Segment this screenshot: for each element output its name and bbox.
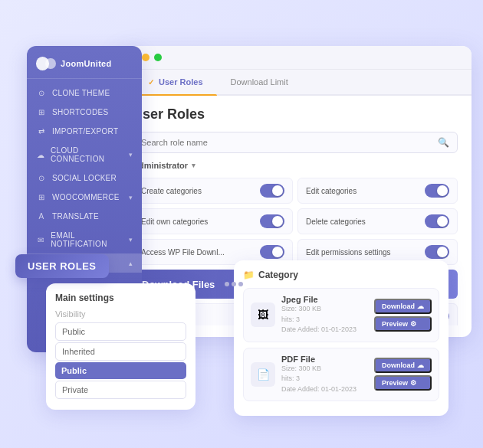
pdf-preview-button[interactable]: Preview ⚙ (374, 375, 432, 391)
files-card-titlebar: 📁 Category (243, 270, 439, 280)
jpeg-file-hits: hits: 3 (281, 315, 368, 325)
three-dots-decoration (225, 282, 243, 286)
visibility-label: Visibility (55, 309, 186, 319)
sidebar-item-shortcodes[interactable]: ⊞ SHORTCODES (27, 103, 142, 122)
pdf-file-hits: hits: 3 (281, 374, 368, 384)
main-settings-title: Main settings (55, 293, 186, 303)
pdf-file-size: Size: 300 KB (281, 364, 368, 374)
sidebar-item-label: SHORTCODES (52, 108, 108, 116)
window-minimize-dot[interactable] (142, 54, 150, 61)
tab-download-limit-label: Download Limit (231, 77, 288, 87)
folder-icon: 📁 (243, 270, 255, 280)
chevron-down-icon: ▾ (192, 162, 196, 169)
window-maximize-dot[interactable] (154, 54, 162, 61)
browser-titlebar (119, 46, 472, 70)
sidebar-logo: JoomUnited (27, 46, 142, 79)
permission-label: Edit categories (306, 187, 356, 195)
files-card: 📁 Category 🖼 Jpeg File Size: 300 KB hits… (234, 260, 449, 416)
pdf-file-info: PDF File Size: 300 KB hits: 3 Date Added… (281, 355, 368, 395)
jpeg-file-thumb: 🖼 (251, 302, 275, 327)
sidebar-item-clone-theme[interactable]: ⊙ CLONE THEME (27, 83, 142, 103)
chevron-up-icon: ▴ (129, 260, 133, 267)
permission-label: Access WP File Downl... (141, 248, 225, 257)
sidebar-item-translate[interactable]: A TRANSLATE (27, 207, 142, 226)
download-icon: ☁ (417, 361, 424, 369)
sidebar-item-label: WOOCOMMERCE (52, 193, 120, 201)
sidebar-item-label: CLONE THEME (52, 89, 110, 97)
social-locker-icon: ⊙ (36, 174, 47, 182)
permission-label: Edit own categories (141, 217, 208, 226)
permission-label: Delete categories (306, 217, 366, 226)
visibility-option-public-1[interactable]: Public (55, 322, 186, 341)
browser-tabs: ✓ User Roles Download Limit (119, 70, 472, 96)
permission-label: Edit permissions settings (306, 248, 391, 257)
logo-icon (36, 57, 56, 70)
permission-row: Delete categories (297, 208, 458, 234)
jpeg-file-size: Size: 300 KB (281, 304, 368, 315)
pdf-file-name: PDF File (281, 355, 368, 364)
permission-row: Edit categories (297, 178, 458, 204)
toggle-edit-permissions[interactable] (425, 245, 449, 259)
sidebar-item-social-locker[interactable]: ⊙ SOCIAL LOCKER (27, 168, 142, 188)
sidebar-item-cloud-connection[interactable]: ☁ CLOUD CONNECTION ▾ (27, 141, 142, 168)
chevron-down-icon: ▾ (129, 194, 133, 201)
translate-icon: A (36, 212, 47, 221)
search-bar: 🔍 (133, 132, 458, 153)
visibility-option-inherited[interactable]: Inherited (55, 342, 186, 361)
email-icon: ✉ (36, 236, 45, 244)
file-item-pdf: 📄 PDF File Size: 300 KB hits: 3 Date Add… (243, 348, 439, 402)
page-title: User Roles (133, 106, 458, 123)
sidebar-item-label: IMPORT/EXPORT (52, 127, 118, 136)
import-export-icon: ⇄ (36, 127, 47, 136)
sidebar-item-label: TRANSLATE (52, 212, 99, 221)
toggle-create-categories[interactable] (260, 184, 284, 198)
cloud-icon: ☁ (36, 151, 45, 159)
visibility-option-private[interactable]: Private (55, 381, 186, 399)
clone-theme-icon: ⊙ (36, 89, 47, 97)
jpeg-file-date: Date Added: 01-01-2023 (281, 325, 368, 335)
chevron-down-icon: ▾ (129, 151, 133, 159)
toggle-delete-categories[interactable] (425, 214, 449, 228)
shortcodes-icon: ⊞ (36, 108, 47, 116)
sidebar-item-label: EMAIL NOTIFICATION (51, 231, 123, 248)
jpeg-preview-button[interactable]: Preview ⚙ (374, 316, 432, 332)
sidebar-item-woocommerce[interactable]: ⊞ WOOCOMMERCE ▾ (27, 188, 142, 207)
tab-download-limit[interactable]: Download Limit (217, 70, 302, 94)
permission-row: Edit own categories (133, 208, 293, 234)
pdf-file-actions: Download ☁ Preview ⚙ (374, 358, 432, 391)
role-selector[interactable]: Administrator ▾ (133, 161, 458, 170)
gear-icon: ⚙ (410, 379, 416, 387)
tab-check-icon: ✓ (148, 78, 154, 87)
woocommerce-icon: ⊞ (36, 193, 47, 201)
toggle-edit-own-categories[interactable] (260, 214, 284, 228)
search-input[interactable] (141, 138, 438, 147)
toggle-access-wp-file[interactable] (260, 245, 284, 259)
jpeg-file-info: Jpeg File Size: 300 KB hits: 3 Date Adde… (281, 295, 368, 335)
sidebar-item-label: SOCIAL LOCKER (52, 174, 117, 182)
pdf-file-thumb: 📄 (251, 362, 275, 387)
pdf-download-button[interactable]: Download ☁ (374, 358, 432, 373)
user-roles-badge: USER ROLES (15, 254, 109, 278)
sidebar-item-label: CLOUD CONNECTION (51, 146, 123, 163)
search-icon: 🔍 (438, 137, 449, 148)
files-card-title: Category (258, 270, 298, 280)
tab-user-roles-label: User Roles (159, 77, 202, 87)
visibility-option-public-2[interactable]: Public (55, 362, 186, 379)
toggle-edit-categories[interactable] (425, 184, 449, 198)
gear-icon: ⚙ (410, 320, 416, 328)
jpeg-file-name: Jpeg File (281, 295, 368, 304)
logo-text: JoomUnited (61, 59, 112, 68)
download-icon: ☁ (417, 302, 424, 310)
permission-row: Create categories (133, 178, 293, 204)
file-item-jpeg: 🖼 Jpeg File Size: 300 KB hits: 3 Date Ad… (243, 288, 439, 342)
permission-label: Create categories (141, 187, 202, 195)
permission-grid: Create categories Edit categories Edit o… (133, 178, 458, 265)
sidebar-item-import-export[interactable]: ⇄ IMPORT/EXPORT (27, 122, 142, 141)
chevron-down-icon: ▾ (129, 236, 133, 244)
jpeg-download-button[interactable]: Download ☁ (374, 299, 432, 314)
jpeg-file-actions: Download ☁ Preview ⚙ (374, 299, 432, 332)
tab-user-roles[interactable]: ✓ User Roles (134, 70, 217, 94)
pdf-file-date: Date Added: 01-01-2023 (281, 384, 368, 395)
sidebar-item-email-notification[interactable]: ✉ EMAIL NOTIFICATION ▾ (27, 226, 142, 253)
main-settings-card: Main settings Visibility Public Inherite… (46, 283, 196, 410)
